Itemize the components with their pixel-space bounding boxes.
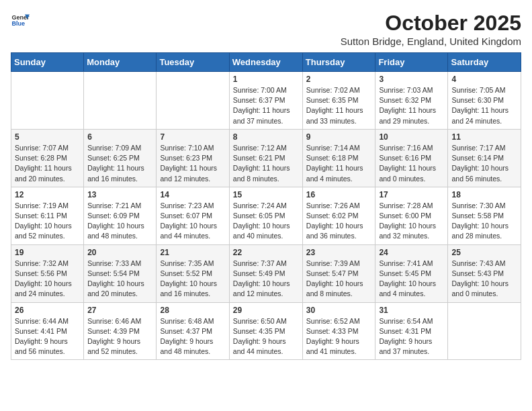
day-info: Sunrise: 7:02 AM Sunset: 6:35 PM Dayligh… [306,85,372,126]
day-number: 25 [451,248,517,257]
calendar-week-row: 5Sunrise: 7:07 AM Sunset: 6:28 PM Daylig… [11,129,521,187]
svg-text:Blue: Blue [11,20,25,27]
day-number: 9 [306,132,372,142]
day-info: Sunrise: 6:50 AM Sunset: 4:35 PM Dayligh… [233,316,299,357]
day-info: Sunrise: 6:46 AM Sunset: 4:39 PM Dayligh… [87,316,152,357]
weekday-header-tuesday: Tuesday [157,53,229,72]
weekday-header-wednesday: Wednesday [229,53,302,72]
calendar-week-row: 19Sunrise: 7:32 AM Sunset: 5:56 PM Dayli… [11,244,521,302]
day-info: Sunrise: 6:54 AM Sunset: 4:31 PM Dayligh… [379,316,444,357]
day-number: 17 [379,190,444,199]
day-info: Sunrise: 7:09 AM Sunset: 6:25 PM Dayligh… [87,143,152,184]
day-number: 22 [233,248,299,257]
location-title: Sutton Bridge, England, United Kingdom [341,36,521,47]
day-number: 5 [15,132,80,142]
calendar-cell: 22Sunrise: 7:37 AM Sunset: 5:49 PM Dayli… [229,244,302,302]
calendar-cell: 19Sunrise: 7:32 AM Sunset: 5:56 PM Dayli… [11,244,84,302]
day-number: 12 [15,190,80,199]
day-info: Sunrise: 7:39 AM Sunset: 5:47 PM Dayligh… [306,259,372,300]
day-info: Sunrise: 7:30 AM Sunset: 5:58 PM Dayligh… [451,201,517,242]
calendar-cell: 8Sunrise: 7:12 AM Sunset: 6:21 PM Daylig… [229,129,302,187]
calendar-cell: 20Sunrise: 7:33 AM Sunset: 5:54 PM Dayli… [84,244,157,302]
weekday-header-saturday: Saturday [448,53,521,72]
calendar-cell: 13Sunrise: 7:21 AM Sunset: 6:09 PM Dayli… [84,187,157,244]
day-info: Sunrise: 7:26 AM Sunset: 6:02 PM Dayligh… [306,201,372,242]
day-number: 23 [306,248,372,257]
day-info: Sunrise: 7:19 AM Sunset: 6:11 PM Dayligh… [15,201,80,242]
day-number: 20 [87,248,152,257]
day-number: 26 [15,306,80,315]
weekday-header-friday: Friday [375,53,448,72]
calendar-cell [157,72,229,130]
calendar-cell: 1Sunrise: 7:00 AM Sunset: 6:37 PM Daylig… [229,72,302,130]
day-number: 10 [379,132,444,142]
day-number: 8 [233,132,299,142]
calendar-week-row: 26Sunrise: 6:44 AM Sunset: 4:41 PM Dayli… [11,302,521,360]
weekday-header-monday: Monday [84,53,157,72]
calendar-cell: 26Sunrise: 6:44 AM Sunset: 4:41 PM Dayli… [11,302,84,360]
calendar-cell: 3Sunrise: 7:03 AM Sunset: 6:32 PM Daylig… [375,72,448,130]
day-number: 21 [160,248,225,257]
day-number: 30 [306,306,372,315]
calendar-cell [84,72,157,130]
calendar-cell: 27Sunrise: 6:46 AM Sunset: 4:39 PM Dayli… [84,302,157,360]
calendar-cell: 25Sunrise: 7:43 AM Sunset: 5:43 PM Dayli… [448,244,521,302]
calendar-cell: 30Sunrise: 6:52 AM Sunset: 4:33 PM Dayli… [302,302,375,360]
day-number: 16 [306,190,372,199]
calendar-cell: 16Sunrise: 7:26 AM Sunset: 6:02 PM Dayli… [302,187,375,244]
day-info: Sunrise: 7:43 AM Sunset: 5:43 PM Dayligh… [451,259,517,300]
calendar-cell: 31Sunrise: 6:54 AM Sunset: 4:31 PM Dayli… [375,302,448,360]
calendar-cell: 11Sunrise: 7:17 AM Sunset: 6:14 PM Dayli… [448,129,521,187]
calendar-cell: 24Sunrise: 7:41 AM Sunset: 5:45 PM Dayli… [375,244,448,302]
day-info: Sunrise: 7:05 AM Sunset: 6:30 PM Dayligh… [451,85,517,126]
calendar-cell: 6Sunrise: 7:09 AM Sunset: 6:25 PM Daylig… [84,129,157,187]
calendar-week-row: 12Sunrise: 7:19 AM Sunset: 6:11 PM Dayli… [11,187,521,244]
day-number: 11 [451,132,517,142]
weekday-header-sunday: Sunday [11,53,84,72]
calendar-cell: 14Sunrise: 7:23 AM Sunset: 6:07 PM Dayli… [157,187,229,244]
day-number: 31 [379,306,444,315]
day-info: Sunrise: 7:17 AM Sunset: 6:14 PM Dayligh… [451,143,517,184]
calendar-table: SundayMondayTuesdayWednesdayThursdayFrid… [11,52,521,360]
day-info: Sunrise: 7:12 AM Sunset: 6:21 PM Dayligh… [233,143,299,184]
calendar-cell: 12Sunrise: 7:19 AM Sunset: 6:11 PM Dayli… [11,187,84,244]
logo: General Blue [11,11,30,30]
day-info: Sunrise: 7:35 AM Sunset: 5:52 PM Dayligh… [160,259,225,300]
day-info: Sunrise: 7:03 AM Sunset: 6:32 PM Dayligh… [379,85,444,126]
day-number: 14 [160,190,225,199]
day-info: Sunrise: 7:10 AM Sunset: 6:23 PM Dayligh… [160,143,225,184]
calendar-week-row: 1Sunrise: 7:00 AM Sunset: 6:37 PM Daylig… [11,72,521,130]
day-number: 6 [87,132,152,142]
calendar-cell: 21Sunrise: 7:35 AM Sunset: 5:52 PM Dayli… [157,244,229,302]
calendar-cell: 18Sunrise: 7:30 AM Sunset: 5:58 PM Dayli… [448,187,521,244]
weekday-header-thursday: Thursday [302,53,375,72]
day-number: 13 [87,190,152,199]
day-info: Sunrise: 7:14 AM Sunset: 6:18 PM Dayligh… [306,143,372,184]
weekday-header-row: SundayMondayTuesdayWednesdayThursdayFrid… [11,53,521,72]
day-number: 15 [233,190,299,199]
day-number: 4 [451,75,517,84]
page-header: General Blue October 2025 Sutton Bridge,… [11,11,521,47]
day-number: 28 [160,306,225,315]
day-info: Sunrise: 7:00 AM Sunset: 6:37 PM Dayligh… [233,85,299,126]
day-info: Sunrise: 7:32 AM Sunset: 5:56 PM Dayligh… [15,259,80,300]
calendar-cell: 10Sunrise: 7:16 AM Sunset: 6:16 PM Dayli… [375,129,448,187]
calendar-cell: 5Sunrise: 7:07 AM Sunset: 6:28 PM Daylig… [11,129,84,187]
day-info: Sunrise: 7:21 AM Sunset: 6:09 PM Dayligh… [87,201,152,242]
calendar-cell: 29Sunrise: 6:50 AM Sunset: 4:35 PM Dayli… [229,302,302,360]
day-info: Sunrise: 6:44 AM Sunset: 4:41 PM Dayligh… [15,316,80,357]
day-info: Sunrise: 7:07 AM Sunset: 6:28 PM Dayligh… [15,143,80,184]
calendar-cell: 17Sunrise: 7:28 AM Sunset: 6:00 PM Dayli… [375,187,448,244]
calendar-cell: 9Sunrise: 7:14 AM Sunset: 6:18 PM Daylig… [302,129,375,187]
day-info: Sunrise: 7:37 AM Sunset: 5:49 PM Dayligh… [233,259,299,300]
day-info: Sunrise: 7:23 AM Sunset: 6:07 PM Dayligh… [160,201,225,242]
day-info: Sunrise: 6:48 AM Sunset: 4:37 PM Dayligh… [160,316,225,357]
logo-icon: General Blue [11,11,30,30]
day-info: Sunrise: 7:16 AM Sunset: 6:16 PM Dayligh… [379,143,444,184]
day-info: Sunrise: 6:52 AM Sunset: 4:33 PM Dayligh… [306,316,372,357]
day-info: Sunrise: 7:24 AM Sunset: 6:05 PM Dayligh… [233,201,299,242]
day-info: Sunrise: 7:28 AM Sunset: 6:00 PM Dayligh… [379,201,444,242]
day-number: 1 [233,75,299,84]
day-info: Sunrise: 7:33 AM Sunset: 5:54 PM Dayligh… [87,259,152,300]
calendar-cell: 28Sunrise: 6:48 AM Sunset: 4:37 PM Dayli… [157,302,229,360]
